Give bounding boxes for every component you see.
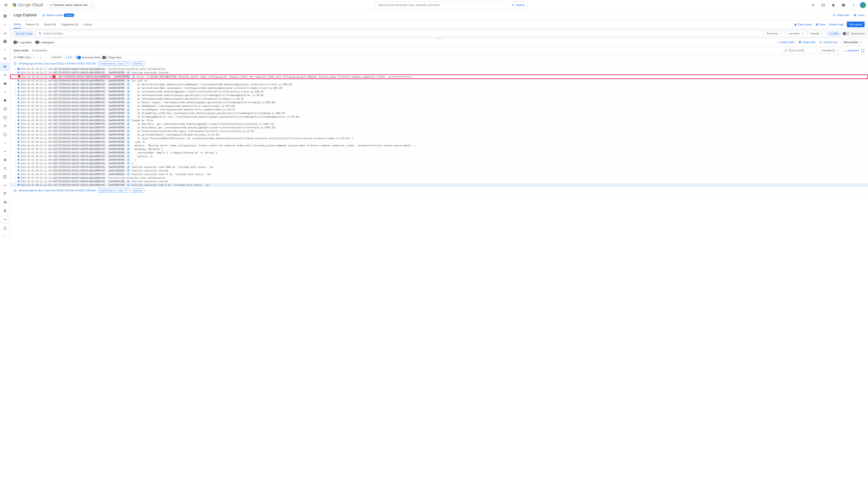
expand-row-icon[interactable]: › [13, 148, 17, 151]
function-name-chip[interactable]: ext-firestore-vector-search-queryOnWrite [52, 184, 106, 186]
function-name-chip[interactable]: ext-firestore-vector-search-queryOnWrite [52, 108, 106, 111]
chevron-down-icon[interactable]: ▾ [125, 189, 127, 192]
rail-trace-icon[interactable] [0, 71, 10, 80]
expand-row-icon[interactable]: › [13, 112, 17, 115]
project-selector[interactable]: Firestore Vector Search Lab [48, 2, 94, 8]
execution-id-chip[interactable]: ouwh4vv2bf8w [107, 90, 126, 93]
tab-recent[interactable]: Recent (1) [26, 21, 39, 28]
execution-id-chip[interactable]: ouwh4vv2bf8w [107, 162, 126, 165]
log-row[interactable]: ›2024-05-03 09:52:22.805ext-firestore-ve… [10, 97, 868, 101]
col-time[interactable]: Time CEST ↑ [18, 56, 42, 59]
expand-row-icon[interactable]: › [13, 180, 17, 183]
histogram-toggle[interactable]: Histogram [35, 41, 54, 44]
cloud-shell-icon[interactable] [819, 1, 827, 9]
log-row[interactable]: ›2024-05-03 09:52:22.805ext-firestore-ve… [10, 101, 868, 104]
log-row[interactable]: ›2024-05-03 09:52:22.933ext-firestore-ve… [10, 173, 868, 176]
function-name-chip[interactable]: ext-firestore-vector-search-queryOnWrite [52, 90, 106, 93]
function-name-chip[interactable]: ext-firestore-vector-search-queryOnWrite [52, 126, 106, 129]
more-actions-dropdown[interactable]: More actions [841, 40, 865, 45]
function-name-chip[interactable]: ext-firestore-vector-search-queryOnWrite [52, 115, 106, 118]
additional-filter-chip[interactable]: +1 filter [828, 31, 841, 36]
expand-row-icon[interactable]: › [13, 184, 17, 186]
expand-row-icon[interactable]: › [14, 75, 17, 78]
function-name-chip[interactable]: ext-firestore-vector-search-queryOnWrite [52, 122, 106, 125]
log-row[interactable]: ›2024-05-03 09:52:22.805ext-firestore-ve… [10, 108, 868, 111]
log-row[interactable]: ›2024-05-03 09:52:22.805ext-firestore-ve… [10, 162, 868, 165]
log-row[interactable]: ›2024-05-03 09:52:23.252ext-firestore-ve… [10, 176, 868, 180]
log-row[interactable]: ›2024-05-03 09:52:22.805ext-firestore-ve… [10, 119, 868, 122]
expand-row-icon[interactable]: › [13, 105, 17, 107]
chevron-down-icon[interactable]: ▾ [125, 62, 127, 65]
rail-error-icon[interactable] [0, 80, 10, 88]
log-row[interactable]: ›2024-05-03 09:52:22.805ext-firestore-ve… [10, 126, 868, 130]
expand-row-icon[interactable]: › [13, 115, 17, 118]
execution-id-chip[interactable]: ouwh4vv2bf8w [107, 151, 126, 154]
execution-id-chip[interactable]: ouwh4vv2bf8w [107, 122, 126, 125]
function-name-chip[interactable]: ext-firestore-vector-search-queryOnWrite [52, 173, 106, 176]
execution-id-chip[interactable]: ouwh4vv2bf8w [107, 166, 126, 168]
rail-collapse-icon[interactable] [0, 233, 10, 241]
function-name-chip[interactable]: ext-firestore-vector-search-queryOnWrite [52, 140, 106, 143]
find-in-results[interactable] [783, 48, 817, 53]
time-range-chip[interactable]: Last 1 hour [13, 31, 35, 36]
log-row[interactable]: ›2024-05-03 09:52:22.805ext-firestore-ve… [10, 90, 868, 93]
run-query-button[interactable]: Run query [847, 22, 865, 27]
execution-id-chip[interactable]: ouwhrxa5otgx [107, 169, 126, 172]
log-row[interactable]: ›2024-05-03 09:52:22.805ext-firestore-ve… [10, 86, 868, 90]
execution-id-chip[interactable]: ouwh4vv2bf8w [107, 115, 126, 118]
execution-id-chip[interactable]: ouwh4vv2bf8w [107, 137, 126, 140]
edit-time-button[interactable]: Edit time [132, 62, 144, 66]
more-vert-icon[interactable] [849, 1, 858, 9]
gemini-icon[interactable] [809, 1, 817, 9]
log-row[interactable]: ›2024-05-03 09:52:22.805ext-firestore-ve… [10, 130, 868, 133]
rail-uptime-icon[interactable] [0, 105, 10, 113]
log-row[interactable]: ›2024-05-03 09:52:22.805ext-firestore-ve… [10, 155, 868, 158]
log-row[interactable]: ›2024-05-03 09:52:22.805ext-firestore-ve… [10, 158, 868, 162]
expand-row-icon[interactable]: › [13, 87, 17, 90]
wrap-lines-toggle[interactable]: Wrap lines [102, 56, 121, 59]
edit-time-button[interactable]: Edit time [132, 188, 144, 193]
global-search-input[interactable] [376, 2, 508, 8]
function-name-chip[interactable]: ext-firestore-vector-search-queryOnWrite [52, 162, 106, 165]
execution-id-chip[interactable]: ouwh4vv2bf8w [107, 94, 126, 96]
edit-summary-button[interactable]: Edit [64, 56, 74, 59]
log-row[interactable]: ›2024-05-03 09:52:22.805ext-firestore-ve… [10, 136, 868, 140]
execution-id-chip[interactable]: ouwh4vv2bf8w [107, 83, 126, 86]
function-name-chip[interactable]: ext-firestore-vector-search-queryOnWrite [57, 75, 112, 78]
expand-row-icon[interactable]: › [13, 151, 17, 154]
rail-gke-icon[interactable] [0, 130, 10, 139]
expand-row-icon[interactable]: › [13, 108, 17, 111]
severity-dropdown[interactable]: Severity [808, 31, 826, 37]
execution-id-chip[interactable]: ouwh4vv2bf8w [107, 104, 126, 107]
expand-row-icon[interactable]: › [13, 144, 17, 147]
function-name-chip[interactable]: ext-firestore-vector-search-queryOnWrite [52, 101, 106, 104]
global-search-button[interactable]: Search [508, 2, 527, 8]
tab-query[interactable]: Query [13, 21, 21, 29]
execution-id-chip[interactable]: ouwh4vv2bf8w [107, 86, 126, 90]
log-row[interactable]: ›2024-05-03 09:52:24.050ext-firestore-ve… [10, 183, 868, 187]
function-name-chip[interactable]: ext-firestore-vector-search-queryOnWrite [52, 147, 106, 151]
search-fields-input[interactable] [43, 32, 761, 35]
function-name-chip[interactable]: ext-firestore-vector-search-queryOnWrite [52, 176, 106, 179]
execution-id-chip[interactable]: ouwh4vv2bf8w [107, 158, 126, 161]
expand-row-icon[interactable]: › [13, 173, 17, 176]
summary-fields-toggle[interactable]: Summary fields [75, 56, 101, 59]
gcp-logo[interactable]: Google Cloud [12, 2, 43, 8]
rail-dashboard-icon[interactable] [0, 37, 10, 46]
download-button[interactable]: Download [844, 49, 859, 52]
learn-button[interactable]: Learn [854, 13, 865, 17]
log-row[interactable]: ›2024-05-03 09:52:22.805ext-firestore-ve… [10, 144, 868, 147]
rail-book-icon[interactable] [0, 173, 10, 181]
show-query-toggle[interactable] [843, 32, 850, 35]
function-name-chip[interactable]: ext-firestore-vector-search-queryOnWrite [52, 79, 106, 82]
expand-row-icon[interactable]: › [13, 71, 17, 74]
timezone-badge[interactable]: CEST [24, 56, 32, 59]
sort-asc-icon[interactable]: ↑ [37, 56, 38, 59]
notifications-icon[interactable] [829, 1, 838, 9]
log-row[interactable]: ›2024-05-03 09:52:22.805ext-firestore-ve… [10, 111, 868, 115]
execution-id-chip[interactable]: ouwhck8vvsd0 [107, 184, 126, 186]
save-query-button[interactable]: Save [815, 23, 826, 26]
find-in-results-input[interactable] [788, 49, 815, 52]
function-name-chip[interactable]: ext-firestore-vector-search-queryOnWrite [52, 97, 106, 100]
expand-row-icon[interactable]: › [13, 83, 17, 86]
